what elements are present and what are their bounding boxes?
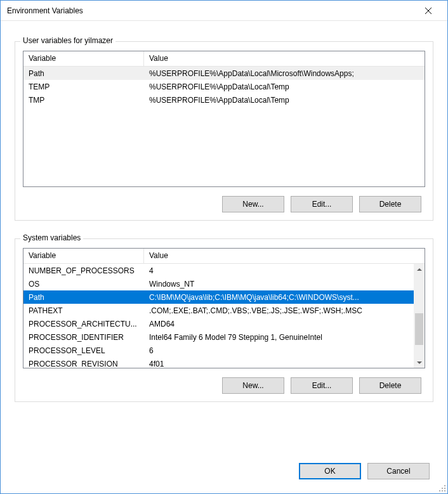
table-row[interactable]: TEMP%USERPROFILE%\AppData\Local\Temp <box>23 80 425 93</box>
table-row[interactable]: PROCESSOR_LEVEL6 <box>23 344 414 357</box>
table-row[interactable]: PATHEXT.COM;.EXE;.BAT;.CMD;.VBS;.VBE;.JS… <box>23 304 414 317</box>
table-row[interactable]: TMP%USERPROFILE%\AppData\Local\Temp <box>23 93 425 107</box>
system-new-button[interactable]: New... <box>222 377 284 394</box>
cell-variable: TMP <box>23 96 144 105</box>
cell-variable: TEMP <box>23 82 144 91</box>
cancel-button[interactable]: Cancel <box>367 463 430 479</box>
table-row[interactable]: NUMBER_OF_PROCESSORS4 <box>23 264 414 277</box>
cell-variable: PROCESSOR_IDENTIFIER <box>23 333 144 342</box>
table-row[interactable]: PROCESSOR_ARCHITECTU...AMD64 <box>23 317 414 330</box>
user-delete-button[interactable]: Delete <box>359 196 421 212</box>
system-delete-button[interactable]: Delete <box>359 377 421 394</box>
system-group-label: System variables <box>20 233 83 242</box>
scroll-up-button[interactable] <box>414 264 425 275</box>
system-variables-group: System variables Variable Value NUMBER_O… <box>15 238 433 402</box>
chevron-down-icon <box>417 361 422 364</box>
user-group-label: User variables for yilmazer <box>20 36 115 45</box>
system-edit-button[interactable]: Edit... <box>291 377 353 394</box>
cell-value: AMD64 <box>144 320 414 328</box>
cell-variable: Path <box>23 69 144 78</box>
table-row[interactable]: PathC:\IBM\MQ\java\lib;C:\IBM\MQ\java\li… <box>23 290 414 304</box>
user-variables-group: User variables for yilmazer Variable Val… <box>15 41 433 221</box>
cell-value: 4f01 <box>144 360 414 368</box>
scroll-down-button[interactable] <box>414 357 425 368</box>
close-icon <box>425 8 432 14</box>
titlebar: Environment Variables <box>1 1 447 21</box>
cell-value: Intel64 Family 6 Model 79 Stepping 1, Ge… <box>144 333 414 342</box>
system-variables-list[interactable]: Variable Value NUMBER_OF_PROCESSORS4OSWi… <box>23 248 425 368</box>
cell-variable: Path <box>23 293 144 302</box>
user-button-row: New... Edit... Delete <box>23 196 425 212</box>
dialog-footer: OK Cancel <box>1 457 447 493</box>
close-button[interactable] <box>414 2 442 20</box>
user-new-button[interactable]: New... <box>222 196 284 212</box>
header-value[interactable]: Value <box>144 249 425 263</box>
table-row[interactable]: PROCESSOR_IDENTIFIERIntel64 Family 6 Mod… <box>23 330 414 344</box>
header-variable[interactable]: Variable <box>23 51 144 66</box>
cell-value: .COM;.EXE;.BAT;.CMD;.VBS;.VBE;.JS;.JSE;.… <box>144 306 414 315</box>
system-scrollbar[interactable] <box>414 264 425 368</box>
table-row[interactable]: PROCESSOR_REVISION4f01 <box>23 357 414 368</box>
user-variables-list[interactable]: Variable Value Path%USERPROFILE%\AppData… <box>23 51 425 187</box>
cell-variable: PROCESSOR_ARCHITECTU... <box>23 320 144 328</box>
system-button-row: New... Edit... Delete <box>23 377 425 394</box>
cell-value: 4 <box>144 266 414 275</box>
user-edit-button[interactable]: Edit... <box>291 196 353 212</box>
table-row[interactable]: OSWindows_NT <box>23 277 414 290</box>
user-list-body: Path%USERPROFILE%\AppData\Local\Microsof… <box>23 67 425 107</box>
cell-value: %USERPROFILE%\AppData\Local\Temp <box>144 96 425 105</box>
cell-variable: PROCESSOR_LEVEL <box>23 346 144 355</box>
user-list-header: Variable Value <box>23 51 425 67</box>
system-list-body: NUMBER_OF_PROCESSORS4OSWindows_NTPathC:\… <box>23 264 425 368</box>
cell-variable: PROCESSOR_REVISION <box>23 360 144 368</box>
resize-grip[interactable] <box>438 484 445 491</box>
cell-value: 6 <box>144 346 414 355</box>
cell-value: C:\IBM\MQ\java\lib;C:\IBM\MQ\java\lib64;… <box>144 293 414 302</box>
cell-value: Windows_NT <box>144 280 414 289</box>
header-variable[interactable]: Variable <box>23 249 144 263</box>
scroll-thumb[interactable] <box>415 313 423 345</box>
table-row[interactable]: Path%USERPROFILE%\AppData\Local\Microsof… <box>23 67 425 80</box>
ok-button[interactable]: OK <box>299 463 361 479</box>
chevron-up-icon <box>417 268 422 271</box>
cell-value: %USERPROFILE%\AppData\Local\Microsoft\Wi… <box>144 69 425 78</box>
cell-value: %USERPROFILE%\AppData\Local\Temp <box>144 82 425 91</box>
system-list-header: Variable Value <box>23 249 425 264</box>
env-vars-dialog: Environment Variables User variables for… <box>0 0 448 494</box>
cell-variable: PATHEXT <box>23 306 144 315</box>
dialog-title: Environment Variables <box>7 6 414 15</box>
cell-variable: NUMBER_OF_PROCESSORS <box>23 266 144 275</box>
header-value[interactable]: Value <box>144 51 425 66</box>
dialog-body: User variables for yilmazer Variable Val… <box>1 21 447 457</box>
cell-variable: OS <box>23 280 144 289</box>
